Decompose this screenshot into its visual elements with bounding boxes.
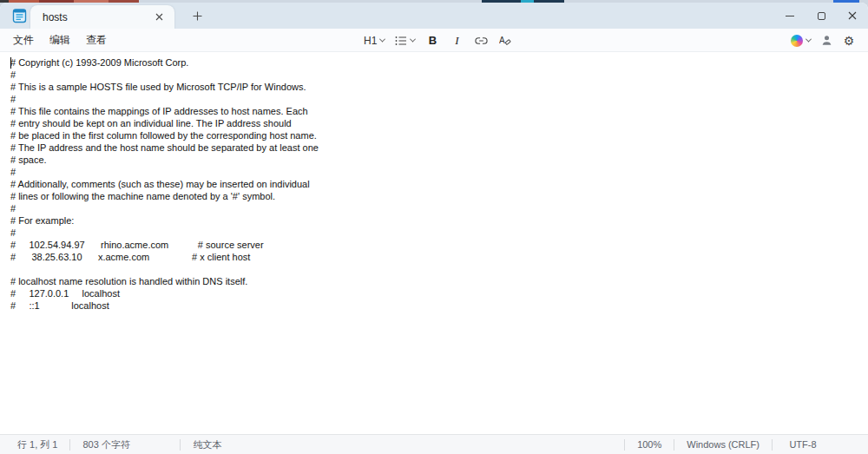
chevron-down-icon (410, 36, 416, 43)
text-caret (10, 57, 11, 69)
titlebar: hosts (0, 3, 868, 29)
text-editor[interactable]: # Copyright (c) 1993-2009 Microsoft Corp… (0, 52, 868, 434)
command-bar: 文件 编辑 查看 H1 B (0, 29, 868, 52)
heading-label: H1 (364, 35, 377, 47)
tab-title: hosts (43, 11, 68, 23)
tab-close-icon[interactable] (150, 9, 168, 26)
list-icon (395, 36, 407, 46)
menu-view[interactable]: 查看 (78, 30, 115, 50)
maximize-button[interactable] (806, 3, 837, 29)
menu-edit[interactable]: 编辑 (42, 30, 78, 50)
tab-hosts[interactable]: hosts (30, 5, 174, 29)
account-icon (820, 34, 833, 47)
account-button[interactable] (816, 31, 837, 50)
new-tab-button[interactable] (187, 5, 207, 26)
formatting-toolbar: H1 B I (360, 29, 516, 52)
minimize-button[interactable] (774, 3, 806, 29)
encoding[interactable]: UTF-8 (773, 439, 833, 450)
copilot-dropdown[interactable] (787, 31, 814, 50)
heading-dropdown[interactable]: H1 (360, 31, 388, 50)
status-bar: 行 1, 列 1 803 个字符 纯文本 100% Windows (CRLF)… (0, 434, 868, 454)
notepad-app-icon (12, 8, 27, 23)
settings-button[interactable]: ⚙ (838, 31, 859, 50)
svg-text:A: A (499, 36, 505, 45)
link-icon (475, 36, 488, 46)
minimize-icon (786, 16, 794, 16)
document-type: 纯文本 (181, 438, 233, 451)
copilot-icon (791, 35, 803, 47)
bold-button[interactable]: B (422, 31, 443, 50)
screen: hosts 文件 编辑 查看 (0, 0, 868, 454)
close-icon (848, 11, 857, 20)
maximize-icon (818, 12, 825, 20)
chevron-down-icon (379, 36, 385, 43)
character-count: 803 个字符 (70, 438, 180, 451)
menu-file[interactable]: 文件 (5, 30, 42, 50)
link-button[interactable] (470, 31, 491, 50)
window-controls (774, 3, 868, 29)
gear-icon: ⚙ (844, 35, 855, 47)
editor-text: # Copyright (c) 1993-2009 Microsoft Corp… (0, 52, 868, 316)
zoom-level[interactable]: 100% (625, 439, 674, 450)
list-dropdown[interactable] (391, 31, 418, 50)
bold-label: B (429, 34, 437, 47)
chevron-down-icon (806, 36, 812, 43)
cursor-position: 行 1, 列 1 (0, 438, 69, 451)
line-ending[interactable]: Windows (CRLF) (674, 439, 772, 450)
commandbar-right: ⚙ (787, 29, 859, 52)
menu-bar: 文件 编辑 查看 (5, 30, 115, 50)
close-button[interactable] (837, 3, 868, 29)
italic-label: I (455, 34, 458, 48)
notepad-window: hosts 文件 编辑 查看 (0, 3, 868, 454)
clear-formatting-icon: A (499, 35, 511, 46)
clear-formatting-button[interactable]: A (495, 31, 516, 50)
italic-button[interactable]: I (446, 31, 467, 50)
